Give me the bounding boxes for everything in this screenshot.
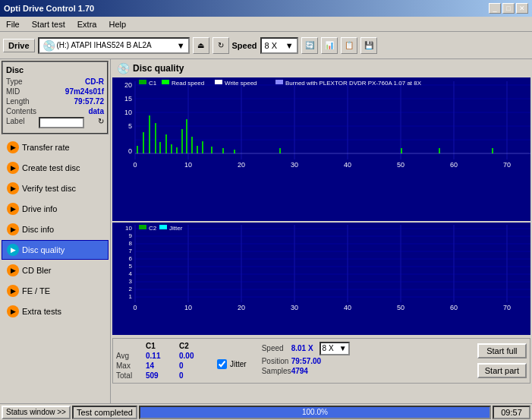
svg-rect-57 [202,141,203,153]
svg-text:10: 10 [124,109,132,116]
label-refresh-icon[interactable]: ↻ [98,117,104,128]
chart-top-container: 20 15 10 5 0 48 X 40 X 32 X 24 X 16 X 8 … [112,77,530,221]
svg-text:5: 5 [129,263,133,270]
sidebar-item-create-test-disc[interactable]: ▶ Create test disc [2,158,109,178]
speed-label-stat: Speed [262,344,288,352]
svg-rect-46 [143,132,144,153]
speed-select-stat[interactable]: 8 X ▼ [320,342,350,355]
svg-rect-56 [197,146,198,153]
progress-bar-container: 100.0% [139,406,491,419]
svg-text:7: 7 [129,248,133,254]
menu-bar: File Start test Extra Help [0,17,532,32]
svg-rect-45 [137,146,138,153]
svg-text:1: 1 [129,293,133,300]
sidebar-label-transfer-rate: Transfer rate [22,143,70,152]
svg-text:Write speed: Write speed [225,80,257,87]
avg-label: Avg [116,352,143,360]
sidebar-label-disc-info: Disc info [22,225,54,234]
svg-text:9: 9 [129,232,133,239]
status-text: Test completed [72,406,137,419]
tool-button-1[interactable]: 🔄 [301,37,318,54]
disc-mid-key: MID [6,87,20,96]
disc-type-row: Type CD-R [6,77,104,86]
chart-bottom-svg: 10 9 8 7 6 5 4 3 2 1 10% 8% 6% 4% 2% 0 [112,223,530,335]
svg-text:8: 8 [129,240,133,247]
disc-length-row: Length 79:57.72 [6,97,104,106]
drive-name: (H:) ATAPI IHAS524 B AL2A [57,41,175,49]
c2-max: 0 [179,362,209,370]
sidebar-item-disc-info[interactable]: ▶ Disc info [2,219,109,239]
sidebar-item-extra-tests[interactable]: ▶ Extra tests [2,302,109,321]
menu-start-test[interactable]: Start test [29,19,68,30]
c2-total: 0 [179,371,209,380]
speed-value: 8 X [265,41,278,50]
menu-extra[interactable]: Extra [74,19,100,30]
disc-info-icon: ▶ [7,223,19,235]
disc-contents-val: data [88,107,104,115]
svg-rect-50 [165,134,167,153]
sidebar-label-drive-info: Drive info [22,204,57,213]
svg-text:C1: C1 [149,80,157,87]
menu-help[interactable]: Help [105,19,129,30]
progress-bar-fill: 100.0% [140,407,490,418]
eject-button[interactable]: ⏏ [193,37,209,54]
tool-button-3[interactable]: 📋 [341,37,357,54]
svg-text:60: 60 [450,304,458,311]
c2-avg: 0.00 [179,352,209,360]
sidebar-item-disc-quality[interactable]: ▶ Disc quality [2,240,109,260]
svg-text:Jitter: Jitter [169,225,183,232]
speed-value-stat: 8.01 X [291,344,313,352]
disc-contents-row: Contents data [6,107,104,115]
disc-label-input[interactable] [39,117,84,128]
toolbar: Drive 💿 (H:) ATAPI IHAS524 B AL2A ▼ ⏏ ↻ … [0,32,532,59]
svg-rect-63 [439,148,440,153]
svg-rect-52 [176,147,178,153]
max-label: Max [116,362,143,370]
drive-dropdown-arrow[interactable]: ▼ [177,41,185,50]
sidebar-item-verify-test-disc[interactable]: ▶ Verify test disc [2,178,109,198]
stats-panel: C1 C2 Avg 0.11 0.00 Max 14 0 Total 509 0 [112,338,530,384]
svg-text:70: 70 [503,161,511,169]
drive-selector[interactable]: 💿 (H:) ATAPI IHAS524 B AL2A ▼ [38,37,190,54]
status-time: 09:57 [493,406,530,419]
chart-top-svg: 20 15 10 5 0 48 X 40 X 32 X 24 X 16 X 8 … [112,77,530,221]
start-part-button[interactable]: Start part [477,363,527,378]
jitter-checkbox[interactable] [217,359,227,369]
create-test-disc-icon: ▶ [7,162,19,174]
speed-selector[interactable]: 8 X ▼ [260,37,298,54]
sidebar-label-create-test-disc: Create test disc [22,163,80,172]
disc-type-val: CD-R [85,77,104,86]
tool-button-2[interactable]: 📊 [321,37,338,54]
tool-button-4[interactable]: 💾 [360,37,377,54]
chart-bottom-container: 10 9 8 7 6 5 4 3 2 1 10% 8% 6% 4% 2% 0 [112,223,530,335]
c1-c2-header: C1 C2 Avg 0.11 0.00 Max 14 0 Total 509 0 [116,342,209,380]
svg-rect-58 [211,147,212,153]
sidebar: Disc Type CD-R MID 97m24s01f Length 79:5… [0,59,111,403]
sidebar-item-fe-te[interactable]: ▶ FE / TE [2,281,109,301]
status-bar: Status window >> Test completed 100.0% 0… [0,403,532,420]
maximize-button[interactable]: □ [502,3,515,14]
svg-text:20: 20 [238,304,245,311]
status-window-button[interactable]: Status window >> [2,406,71,419]
close-button[interactable]: ✕ [516,3,528,14]
disc-contents-key: Contents [6,107,36,115]
svg-text:40: 40 [344,304,351,311]
svg-rect-54 [186,119,187,153]
speed-label: Speed [232,41,257,50]
svg-text:Burned with PLEXTOR DVDR  PX-7: Burned with PLEXTOR DVDR PX-760A 1.07 at… [285,80,422,87]
svg-rect-47 [149,115,150,153]
svg-rect-39 [162,80,169,84]
start-full-button[interactable]: Start full [477,343,527,358]
svg-text:Read speed: Read speed [172,80,204,87]
svg-text:10: 10 [184,161,192,169]
sidebar-item-cd-bler[interactable]: ▶ CD Bler [2,261,109,280]
c1-total: 509 [146,371,176,380]
sidebar-item-transfer-rate[interactable]: ▶ Transfer rate [2,137,109,157]
disc-quality-icon: ▶ [7,244,19,256]
refresh-button[interactable]: ↻ [212,37,229,54]
menu-file[interactable]: File [3,19,23,30]
svg-text:6: 6 [129,255,133,262]
sidebar-item-drive-info[interactable]: ▶ Drive info [2,199,109,219]
minimize-button[interactable]: _ [489,3,501,14]
svg-rect-59 [222,148,224,153]
